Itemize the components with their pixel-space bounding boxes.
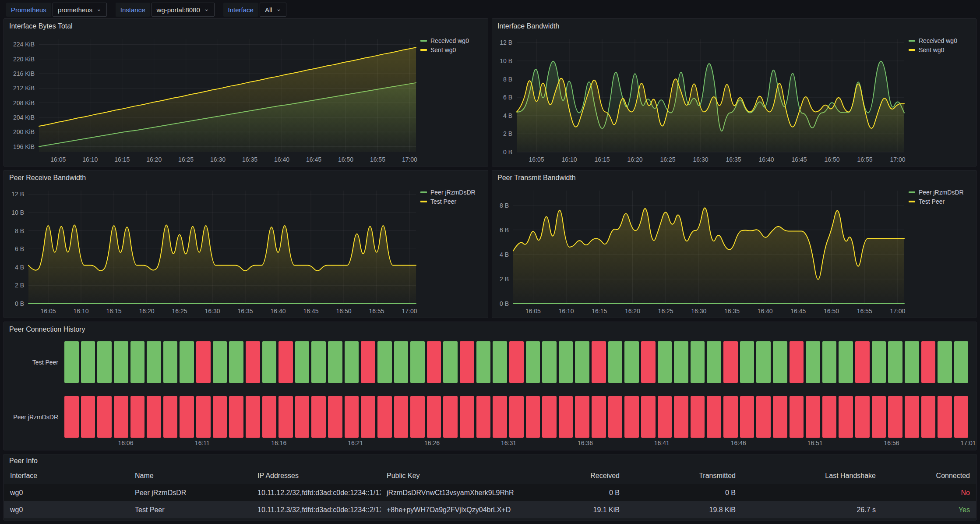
svg-text:16:35: 16:35 [242,156,257,163]
svg-text:16:20: 16:20 [139,308,154,315]
legend-item[interactable]: Sent wg0 [420,46,483,53]
column-header-connected[interactable]: Connected [882,472,976,480]
state-bar-disconnected [246,396,260,438]
svg-text:16:55: 16:55 [370,156,385,163]
svg-text:16:25: 16:25 [178,156,194,163]
svg-text:212 KiB: 212 KiB [13,85,35,92]
state-bar-disconnected [542,396,557,438]
connected-status: No [882,489,976,497]
variable-prometheus: Prometheus prometheus ⌄ [6,3,107,17]
variable-value-text: prometheus [58,6,92,14]
state-bar-disconnected [723,341,738,383]
panel-header[interactable]: Interface Bandwidth [492,19,976,34]
panel-title: Peer Info [9,457,38,465]
timeline-axis-tick: 16:26 [424,439,440,446]
column-header-received[interactable]: Received [527,472,626,480]
svg-text:16:50: 16:50 [824,308,839,315]
legend-series-name: Test Peer [430,198,456,205]
state-bar-disconnected [921,341,936,383]
svg-text:16:50: 16:50 [338,156,353,163]
state-bar-disconnected [460,396,474,438]
state-bar-connected [839,341,853,383]
chart-interface-bytes-total[interactable]: 16:0516:1016:1516:2016:2516:3016:3516:40… [7,34,419,165]
svg-text:16:05: 16:05 [50,156,66,163]
variable-select-instance[interactable]: wg-portal:8080 ⌄ [152,3,215,17]
legend-series-swatch [909,191,915,193]
svg-text:0 B: 0 B [503,149,512,156]
svg-text:16:05: 16:05 [529,156,544,163]
state-bar-connected [691,341,705,383]
panel-peer-transmit-bandwidth: Peer Transmit Bandwidth 16:0516:1016:151… [492,170,976,318]
variable-select-prometheus[interactable]: prometheus ⌄ [53,3,107,17]
state-bar-connected [493,341,507,383]
legend-item[interactable]: Test Peer [909,198,971,205]
column-header-last-handshake[interactable]: Last Handshake [742,472,882,480]
timeline-row: Peer jRzmDsDR [7,396,968,438]
state-bar-disconnected [64,396,79,438]
column-header-name[interactable]: Name [129,472,251,480]
legend-item[interactable]: Received wg0 [420,37,483,44]
legend-item[interactable]: Test Peer [420,198,483,205]
timeline-axis-track: 16:0616:1116:1616:2116:2616:3116:3616:41… [64,438,968,448]
state-bar-disconnected [526,396,540,438]
panel-title: Interface Bandwidth [497,22,559,30]
panel-peer-info: Peer Info InterfaceNameIP AddressesPubli… [4,454,976,520]
svg-text:16:50: 16:50 [336,308,351,315]
state-bar-connected [114,341,128,383]
panel-header[interactable]: Peer Info [4,454,976,467]
legend-item[interactable]: Received wg0 [909,37,971,44]
timeline-bars[interactable] [64,341,968,383]
svg-text:16:40: 16:40 [758,308,773,315]
state-bar-disconnected [723,396,738,438]
timeline-row: Test Peer [7,341,968,383]
dashboard-body: Interface Bytes Total 16:0516:1016:1516:… [0,18,980,524]
legend-series-swatch [909,49,915,51]
svg-text:2 B: 2 B [15,282,24,289]
column-header-ip-addresses[interactable]: IP Addresses [251,472,381,480]
timeline-bars[interactable] [64,396,968,438]
chevron-down-icon: ⌄ [276,6,282,12]
legend-item[interactable]: Peer jRzmDsDR [420,189,483,196]
state-bar-connected [476,341,491,383]
svg-text:17:00: 17:00 [890,156,905,163]
legend-item[interactable]: Peer jRzmDsDR [909,189,971,196]
state-bar-disconnected [394,396,409,438]
table-cell: +8he+pyWH7Oa9g2FVjIxQzy04brLX+D [381,506,527,514]
panel-header[interactable]: Interface Bytes Total [4,19,488,34]
legend-series-name: Received wg0 [430,37,469,44]
column-header-public-key[interactable]: Public Key [381,472,527,480]
table-cell: 0 B [527,489,626,497]
state-bar-connected [180,341,194,383]
dashboard-variables-toolbar: Prometheus prometheus ⌄ Instance wg-port… [0,0,980,18]
chart-peer-receive-bandwidth[interactable]: 16:0516:1016:1516:2016:2516:3016:3516:40… [7,185,419,317]
state-bar-disconnected [196,396,211,438]
state-bar-connected [394,341,409,383]
column-header-transmitted[interactable]: Transmitted [626,472,742,480]
panel-header[interactable]: Peer Connection History [4,322,976,337]
state-bar-disconnected [361,341,375,383]
svg-text:16:20: 16:20 [625,308,640,315]
svg-text:16:50: 16:50 [824,156,839,163]
chart-svg: 16:0516:1016:1516:2016:2516:3016:3516:40… [7,34,419,165]
svg-text:16:25: 16:25 [660,156,675,163]
svg-text:16:10: 16:10 [73,308,88,315]
chart-interface-bandwidth[interactable]: 16:0516:1016:1516:2016:2516:3016:3516:40… [495,34,907,165]
svg-text:16:05: 16:05 [525,308,541,315]
column-header-interface[interactable]: Interface [4,472,129,480]
variable-select-interface[interactable]: All ⌄ [260,3,286,17]
legend-item[interactable]: Sent wg0 [909,46,971,53]
chart-peer-transmit-bandwidth[interactable]: 16:0516:1016:1516:2016:2516:3016:3516:40… [495,185,907,317]
svg-text:16:15: 16:15 [592,308,607,315]
panel-header[interactable]: Peer Receive Bandwidth [4,170,488,185]
variable-label-interface: Interface [223,3,258,17]
svg-text:0 B: 0 B [500,300,509,307]
svg-text:6 B: 6 B [503,94,512,101]
svg-text:16:40: 16:40 [274,156,289,163]
variable-label-instance: Instance [116,3,150,17]
svg-text:12 B: 12 B [11,191,24,198]
state-bar-connected [938,341,952,383]
timeline-axis-tick: 16:56 [884,439,899,446]
panel-header[interactable]: Peer Transmit Bandwidth [492,170,976,185]
svg-text:8 B: 8 B [500,202,509,209]
state-bar-connected [130,341,145,383]
